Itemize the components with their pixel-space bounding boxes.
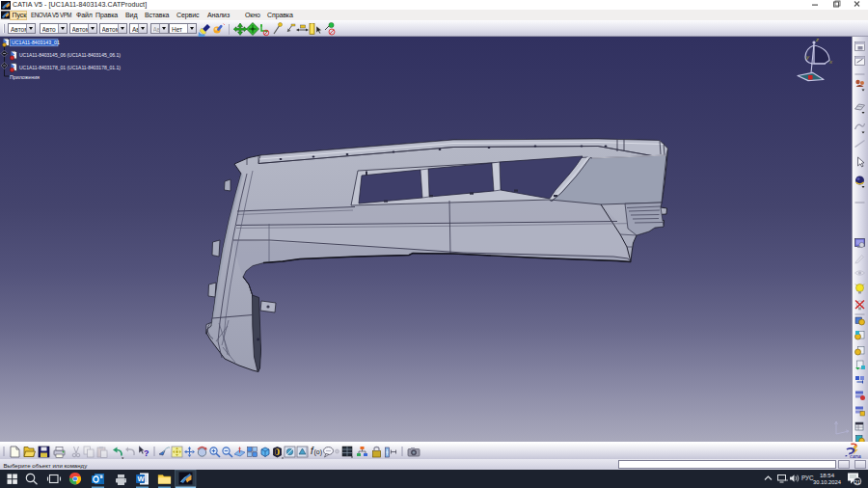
svg-text:(o): (o)	[314, 448, 323, 456]
svg-text:UC1A11-8403145_06 (UC1A11-8403: UC1A11-8403145_06 (UC1A11-8403145_06.1)	[19, 52, 121, 58]
svg-text:W: W	[137, 474, 145, 483]
svg-text:UC1A11-8403178_01 (UC1A11-8403: UC1A11-8403178_01 (UC1A11-8403178_01.1)	[19, 65, 121, 70]
svg-text:30.10.2024: 30.10.2024	[813, 479, 842, 485]
svg-text:18:54: 18:54	[820, 473, 835, 478]
svg-text:x: x	[828, 59, 833, 65]
svg-text:z: z	[815, 37, 819, 42]
svg-text:y: y	[805, 54, 810, 60]
svg-text:21: 21	[854, 479, 860, 485]
svg-text:?: ?	[144, 448, 149, 458]
svg-text:Приложения: Приложения	[10, 74, 40, 80]
svg-text:UC1A11-8403143_01: UC1A11-8403143_01	[12, 40, 60, 45]
